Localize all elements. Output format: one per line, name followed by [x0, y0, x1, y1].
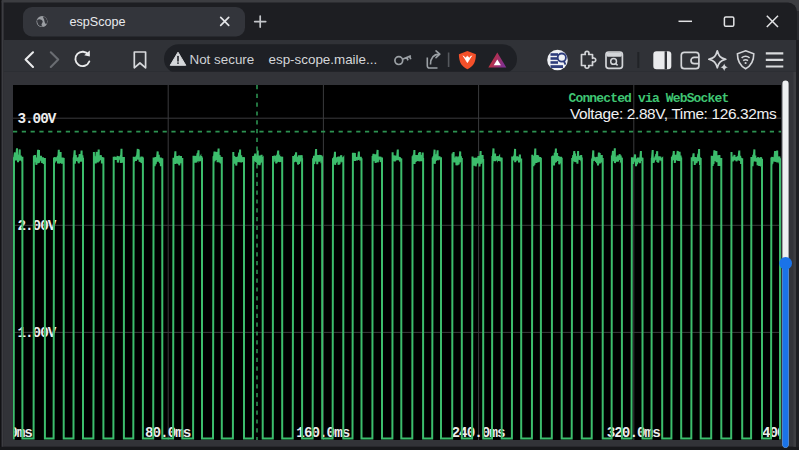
svg-text:esp-scope.maile...: esp-scope.maile...	[269, 52, 378, 67]
svg-text:Not secure: Not secure	[190, 52, 255, 67]
svg-text:3.00V: 3.00V	[17, 111, 56, 127]
svg-text:Voltage: 2.88V, Time: 126.32ms: Voltage: 2.88V, Time: 126.32ms	[570, 105, 777, 122]
svg-text:Connected via WebSocket: Connected via WebSocket	[569, 91, 729, 106]
svg-text:240.0ms: 240.0ms	[452, 425, 505, 441]
svg-text:espScope: espScope	[70, 15, 126, 29]
